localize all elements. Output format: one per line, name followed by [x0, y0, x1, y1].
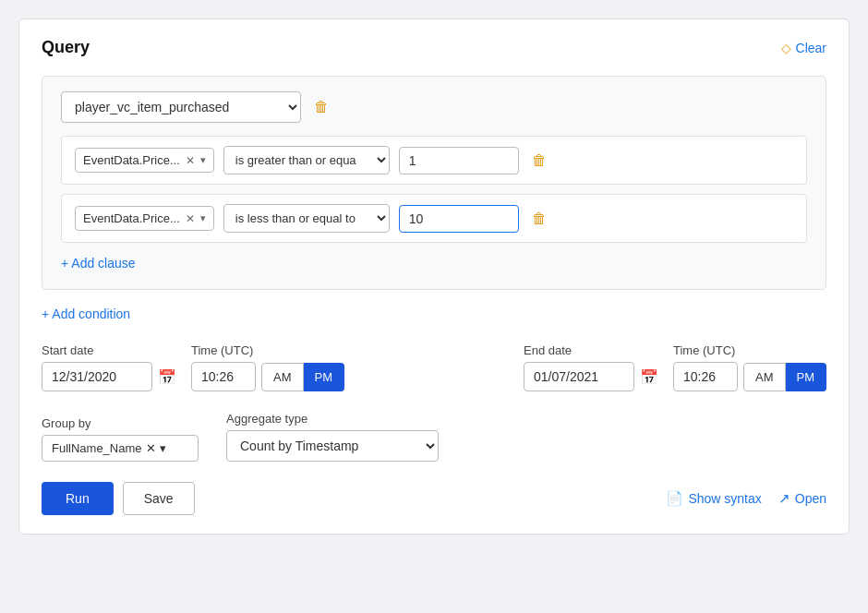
delete-clause-1-button[interactable]: 🗑	[528, 150, 550, 171]
add-condition-button[interactable]: + Add condition	[42, 303, 130, 325]
remove-field-1[interactable]: ✕	[186, 154, 195, 167]
start-calendar-icon[interactable]: 📅	[158, 368, 176, 386]
add-clause-button[interactable]: + Add clause	[61, 252, 136, 274]
event-row: player_vc_item_purchased 🗑	[61, 91, 807, 123]
start-ampm-group: AM PM	[261, 363, 344, 391]
operator-select-2[interactable]: is less than or equal to	[223, 204, 390, 233]
run-button[interactable]: Run	[42, 482, 114, 515]
start-time-label: Time (UTC)	[191, 343, 344, 357]
delete-event-button[interactable]: 🗑	[310, 97, 332, 117]
start-time-group: Time (UTC) AM PM	[191, 343, 344, 391]
chevron-down-icon-2[interactable]: ▾	[200, 212, 206, 224]
end-date-input-row: 📅	[524, 362, 658, 391]
group-by-value: FullName_Name	[52, 441, 142, 455]
clause-row-2: EventData.Price... ✕ ▾ is less than or e…	[61, 194, 807, 243]
chevron-down-icon-1[interactable]: ▾	[200, 154, 206, 166]
aggregate-select[interactable]: Count by Timestamp	[226, 430, 439, 462]
syntax-doc-icon: 📄	[666, 490, 683, 507]
field-label-2: EventData.Price...	[83, 211, 180, 225]
aggregate-label: Aggregate type	[226, 412, 439, 426]
end-am-button[interactable]: AM	[743, 363, 786, 391]
group-by-section: Group by FullName_Name ✕ ▾	[42, 416, 199, 462]
start-pm-button[interactable]: PM	[304, 363, 345, 391]
left-actions: Run Save	[42, 482, 195, 515]
show-syntax-button[interactable]: 📄 Show syntax	[666, 490, 761, 507]
field-tag-1[interactable]: EventData.Price... ✕ ▾	[75, 148, 214, 173]
end-date-input[interactable]	[524, 362, 634, 391]
save-button[interactable]: Save	[123, 482, 195, 515]
date-section: Start date 📅 Time (UTC) AM PM End date	[42, 343, 826, 391]
end-time-group: Time (UTC) AM PM	[673, 343, 826, 391]
query-panel: Query ◇ Clear player_vc_item_purchased 🗑…	[18, 18, 850, 535]
start-date-label: Start date	[42, 343, 176, 357]
condition-block: player_vc_item_purchased 🗑 EventData.Pri…	[42, 76, 826, 290]
open-button[interactable]: ↗ Open	[778, 490, 826, 507]
eraser-icon: ◇	[781, 41, 791, 55]
page-title: Query	[42, 38, 90, 57]
delete-clause-2-button[interactable]: 🗑	[528, 209, 550, 229]
action-bar: Run Save 📄 Show syntax ↗ Open	[42, 482, 826, 515]
bottom-section: Group by FullName_Name ✕ ▾ Aggregate typ…	[42, 412, 826, 462]
value-input-1[interactable]	[399, 147, 519, 174]
start-date-input[interactable]	[42, 362, 152, 391]
right-actions: 📄 Show syntax ↗ Open	[666, 490, 826, 507]
open-icon: ↗	[778, 490, 790, 507]
end-calendar-icon[interactable]: 📅	[640, 368, 658, 386]
remove-group-field[interactable]: ✕	[146, 441, 156, 455]
operator-select-1[interactable]: is greater than or equa	[223, 146, 390, 174]
end-ampm-group: AM PM	[743, 363, 826, 391]
start-time-input[interactable]	[191, 362, 256, 391]
end-time-label: Time (UTC)	[673, 343, 826, 357]
chevron-down-icon-group[interactable]: ▾	[160, 441, 166, 455]
event-select[interactable]: player_vc_item_purchased	[61, 91, 301, 123]
start-date-group: Start date 📅	[42, 343, 176, 391]
field-label-1: EventData.Price...	[83, 153, 180, 167]
aggregate-section: Aggregate type Count by Timestamp	[226, 412, 439, 462]
end-date-group: End date 📅	[524, 343, 658, 391]
clause-row-1: EventData.Price... ✕ ▾ is greater than o…	[61, 136, 807, 185]
start-date-input-row: 📅	[42, 362, 176, 391]
end-time-input[interactable]	[673, 362, 738, 391]
end-pm-button[interactable]: PM	[786, 363, 827, 391]
clear-button[interactable]: ◇ Clear	[781, 41, 826, 55]
field-tag-2[interactable]: EventData.Price... ✕ ▾	[75, 206, 214, 231]
end-time-input-row: AM PM	[673, 362, 826, 391]
group-by-field[interactable]: FullName_Name ✕ ▾	[42, 435, 199, 462]
value-input-2[interactable]	[399, 205, 519, 233]
start-am-button[interactable]: AM	[261, 363, 304, 391]
page-header: Query ◇ Clear	[42, 38, 826, 57]
remove-field-2[interactable]: ✕	[186, 212, 195, 225]
group-by-label: Group by	[42, 416, 199, 430]
start-time-input-row: AM PM	[191, 362, 344, 391]
end-date-label: End date	[524, 343, 658, 357]
